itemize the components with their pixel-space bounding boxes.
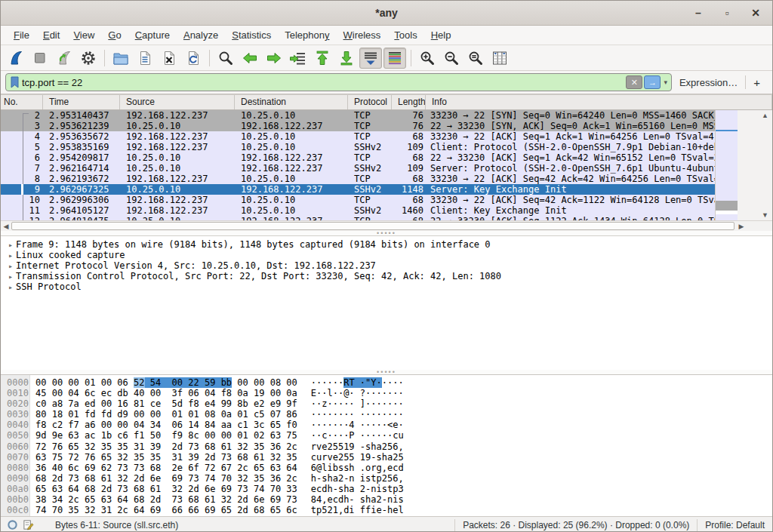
expander-triangle-icon[interactable]: ▸ xyxy=(5,251,16,261)
hex-row-00c0[interactable]: 00c074 70 35 32 31 2c 64 69 66 66 69 65 … xyxy=(1,505,772,515)
hex-ascii[interactable]: 6@libssh .org,ecd xyxy=(311,463,404,473)
filter-history-caret-icon[interactable]: ▾ xyxy=(664,78,667,86)
goto-packet-button[interactable] xyxy=(287,48,310,69)
menu-file[interactable]: File xyxy=(7,27,36,43)
zoom-out-button[interactable] xyxy=(440,48,463,69)
scroll-down-arrow-icon[interactable]: ▼ xyxy=(759,210,771,220)
detail-row-1[interactable]: ▸Linux cooked capture xyxy=(5,250,772,260)
hex-bytes[interactable]: c0 a8 7a ed 00 16 81 ce 5d f8 e4 99 8b e… xyxy=(35,398,297,409)
hex-ascii[interactable]: tp521,di ffie-hel xyxy=(311,505,404,515)
horizontal-scrollbar-thumb[interactable] xyxy=(11,222,735,230)
detail-row-2[interactable]: ▸Internet Protocol Version 4, Src: 10.25… xyxy=(5,260,772,271)
expander-triangle-icon[interactable]: ▸ xyxy=(5,240,16,251)
menu-edit[interactable]: Edit xyxy=(36,27,66,43)
menu-telephony[interactable]: Telephony xyxy=(278,27,336,43)
start-capture-button[interactable] xyxy=(5,48,27,69)
hex-row-0040[interactable]: 0040f8 c2 f7 a6 00 00 04 34 06 14 84 aa … xyxy=(1,420,772,430)
scroll-right-arrow-icon[interactable]: ▶ xyxy=(736,221,747,231)
hex-row-0090[interactable]: 009068 2d 73 68 61 32 2d 6e 69 73 74 70 … xyxy=(1,473,772,484)
capture-options-button[interactable] xyxy=(77,48,100,69)
menu-analyze[interactable]: Analyze xyxy=(177,27,225,43)
colorize-packets-button[interactable] xyxy=(383,48,406,69)
stop-capture-button[interactable] xyxy=(29,48,51,69)
expander-triangle-icon[interactable]: ▸ xyxy=(5,282,16,293)
packet-row-5[interactable]: 52.953835169192.168.122.23710.25.0.10SSH… xyxy=(1,142,738,152)
hex-row-0080[interactable]: 008036 40 6c 69 62 73 73 68 2e 6f 72 67 … xyxy=(1,463,772,473)
expander-triangle-icon[interactable]: ▸ xyxy=(5,261,16,272)
hex-row-0000[interactable]: 000000 00 00 01 00 06 52 54 00 22 59 bb … xyxy=(1,377,772,388)
column-header-length[interactable]: Length xyxy=(392,95,426,109)
hex-row-00a0[interactable]: 00a065 63 64 68 2d 73 68 61 32 2d 6e 69 … xyxy=(1,484,772,494)
hex-bytes[interactable]: 72 76 65 32 35 35 31 39 2d 73 68 61 32 3… xyxy=(35,441,297,452)
zoom-in-button[interactable] xyxy=(416,48,439,69)
close-file-button[interactable] xyxy=(158,48,180,69)
packet-row-4[interactable]: 42.953635672192.168.122.23710.25.0.10TCP… xyxy=(1,131,738,142)
column-header-info[interactable]: Info xyxy=(426,95,772,109)
auto-scroll-button[interactable] xyxy=(359,48,382,69)
detail-row-3[interactable]: ▸Transmission Control Protocol, Src Port… xyxy=(5,271,772,281)
column-header-protocol[interactable]: Protocol xyxy=(348,95,392,109)
hex-ascii[interactable]: curve255 19-sha25 xyxy=(311,452,404,463)
hex-ascii[interactable]: ·······4 ·····<e· xyxy=(311,420,404,430)
detail-row-4[interactable]: ▸SSH Protocol xyxy=(5,281,772,292)
display-filter-field[interactable]: ✕ → ▾ xyxy=(5,73,672,91)
normal-size-button[interactable] xyxy=(464,48,487,69)
reload-file-button[interactable] xyxy=(182,48,205,69)
packet-row-8[interactable]: 82.962193672192.168.122.23710.25.0.10TCP… xyxy=(1,174,738,184)
hex-ascii[interactable]: ······RT ·"Y····· xyxy=(311,377,404,388)
column-header-source[interactable]: Source xyxy=(120,95,235,109)
expander-triangle-icon[interactable]: ▸ xyxy=(5,272,16,282)
hex-row-00b0[interactable]: 00b038 34 2c 65 63 64 68 2d 73 68 61 32 … xyxy=(1,494,772,505)
menu-wireless[interactable]: Wireless xyxy=(337,27,388,43)
menu-capture[interactable]: Capture xyxy=(128,27,177,43)
filter-clear-button[interactable]: ✕ xyxy=(626,75,642,89)
hex-bytes[interactable]: 38 34 2c 65 63 64 68 2d 73 68 61 32 2d 6… xyxy=(35,494,297,505)
hex-bytes[interactable]: f8 c2 f7 a6 00 00 04 34 06 14 84 aa c1 3… xyxy=(35,420,297,430)
expression-button[interactable]: Expression… xyxy=(672,77,745,88)
hex-ascii[interactable]: ··z····· ]······· xyxy=(311,398,404,409)
hex-row-0030[interactable]: 003080 18 01 fd fd d9 00 00 01 01 08 0a … xyxy=(1,409,772,420)
hex-ascii[interactable]: ········ ········ xyxy=(311,409,404,420)
hex-bytes[interactable]: 74 70 35 32 31 2c 64 69 66 66 69 65 2d 6… xyxy=(35,505,297,515)
title-bar[interactable]: *any – ▫ ✕ xyxy=(1,1,772,26)
hex-ascii[interactable]: E··l··@· ?······· xyxy=(311,388,404,398)
open-file-button[interactable] xyxy=(109,48,132,69)
hex-bytes[interactable]: 00 00 00 01 00 06 52 54 00 22 59 bb 00 0… xyxy=(35,377,297,388)
first-packet-button[interactable] xyxy=(311,48,334,69)
hex-bytes[interactable]: 65 63 64 68 2d 73 68 61 32 2d 6e 69 73 7… xyxy=(35,484,297,494)
close-button[interactable]: ✕ xyxy=(747,4,765,22)
hex-row-0010[interactable]: 001045 00 04 6c ec db 40 00 3f 06 04 f8 … xyxy=(1,388,772,398)
menu-statistics[interactable]: Statistics xyxy=(225,27,278,43)
scroll-left-arrow-icon[interactable]: ◀ xyxy=(1,221,11,231)
detail-row-0[interactable]: ▸Frame 9: 1148 bytes on wire (9184 bits)… xyxy=(5,239,772,250)
last-packet-button[interactable] xyxy=(335,48,358,69)
menu-help[interactable]: Help xyxy=(424,27,458,43)
menu-tools[interactable]: Tools xyxy=(387,27,423,43)
packet-row-3[interactable]: 32.95362123910.25.0.10192.168.122.237TCP… xyxy=(1,121,738,131)
hex-bytes[interactable]: 36 40 6c 69 62 73 73 68 2e 6f 72 67 2c 6… xyxy=(35,463,297,473)
next-packet-button[interactable] xyxy=(263,48,285,69)
hex-bytes[interactable]: 63 75 72 76 65 32 35 35 31 39 2d 73 68 6… xyxy=(35,452,297,463)
hex-row-0060[interactable]: 006072 76 65 32 35 35 31 39 2d 73 68 61 … xyxy=(1,441,772,452)
hex-bytes[interactable]: 9d 9e 63 ac 1b c6 f1 50 f9 8c 00 00 01 0… xyxy=(35,430,297,441)
hex-bytes[interactable]: 80 18 01 fd fd d9 00 00 01 01 08 0a 01 c… xyxy=(35,409,297,420)
packet-row-10[interactable]: 102.962996306192.168.122.23710.25.0.10TC… xyxy=(1,195,738,205)
restart-capture-button[interactable] xyxy=(53,48,75,69)
menu-view[interactable]: View xyxy=(66,27,101,43)
column-header-time[interactable]: Time xyxy=(43,95,120,109)
packet-row-7[interactable]: 72.96216471410.25.0.10192.168.122.237SSH… xyxy=(1,163,738,174)
minimize-button[interactable]: – xyxy=(689,4,707,22)
maximize-button[interactable]: ▫ xyxy=(718,4,736,22)
column-header-destination[interactable]: Destination xyxy=(235,95,348,109)
expert-info-icon[interactable] xyxy=(7,519,18,530)
hex-ascii[interactable]: ··c····P ······cu xyxy=(311,430,404,441)
packet-row-9[interactable]: 92.96296732510.25.0.10192.168.122.237SSH… xyxy=(1,184,738,195)
hex-ascii[interactable]: 84,ecdh- sha2-nis xyxy=(311,494,404,505)
intelligent-scrollbar-minimap[interactable] xyxy=(715,110,738,220)
display-filter-input[interactable] xyxy=(20,75,624,90)
find-packet-button[interactable] xyxy=(214,48,237,69)
vertical-scrollbar[interactable]: ▲ ▼ xyxy=(738,110,772,220)
previous-packet-button[interactable] xyxy=(239,48,261,69)
hex-row-0070[interactable]: 007063 75 72 76 65 32 35 35 31 39 2d 73 … xyxy=(1,452,772,463)
status-profile[interactable]: Profile: Default xyxy=(697,519,772,531)
